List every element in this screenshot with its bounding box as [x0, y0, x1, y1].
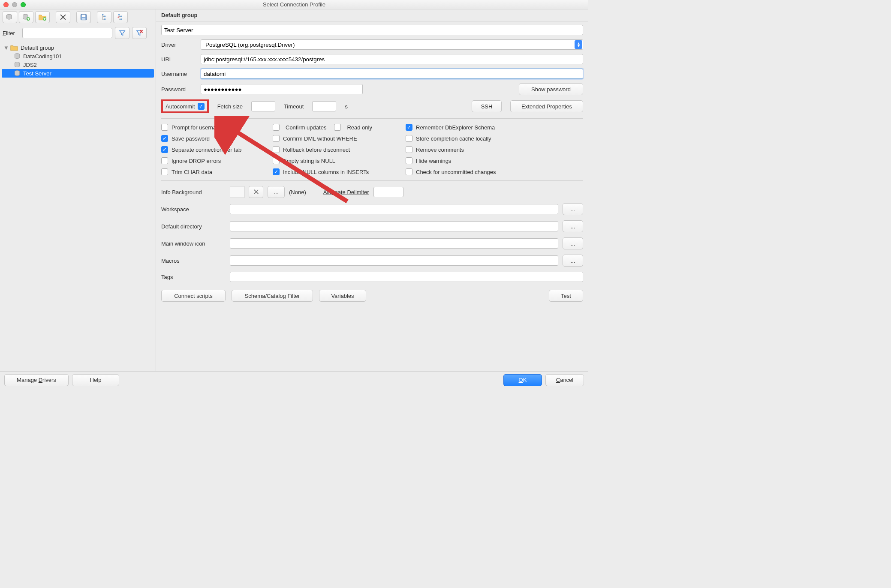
variables-button[interactable]: Variables — [319, 290, 366, 302]
confirm-dml-checkbox[interactable] — [273, 135, 280, 142]
url-label: URL — [161, 56, 201, 63]
window-zoom-icon[interactable] — [21, 2, 26, 7]
connect-scripts-button[interactable]: Connect scripts — [161, 290, 226, 302]
profile-toolbar — [0, 9, 156, 25]
main-window-icon-input[interactable] — [230, 238, 558, 249]
default-directory-input[interactable] — [230, 221, 558, 231]
tags-input[interactable] — [230, 272, 583, 282]
autocommit-checkbox[interactable] — [198, 103, 205, 110]
expand-tree-button[interactable] — [113, 11, 128, 23]
info-background-color-picker[interactable] — [230, 186, 244, 198]
include-null-inserts-checkbox[interactable] — [273, 168, 280, 175]
username-input[interactable] — [201, 69, 583, 79]
extended-properties-button[interactable]: Extended Properties — [510, 100, 583, 112]
database-icon — [14, 53, 21, 60]
right-pane: Default group Driver ▴▾ URL Username Pas… — [156, 9, 588, 371]
test-button[interactable]: Test — [549, 290, 583, 302]
opt-label: Prompt for username — [172, 124, 224, 131]
apply-filter-button[interactable] — [115, 27, 129, 39]
svg-rect-9 — [104, 18, 105, 20]
driver-select[interactable] — [201, 39, 583, 50]
window-minimize-icon — [12, 2, 17, 7]
tree-item-test-server[interactable]: Test Server — [2, 69, 154, 78]
info-background-more-button[interactable]: ... — [268, 186, 285, 198]
fetch-size-label: Fetch size — [217, 103, 243, 110]
filter-input[interactable] — [22, 28, 112, 38]
workspace-label: Workspace — [161, 206, 226, 213]
macros-browse-button[interactable]: ... — [563, 255, 583, 267]
opt-label: Confirm DML without WHERE — [283, 135, 357, 142]
url-input[interactable] — [201, 54, 583, 64]
opt-label: Ignore DROP errors — [172, 158, 221, 164]
save-profiles-button[interactable] — [76, 11, 91, 23]
read-only-checkbox[interactable] — [334, 124, 341, 131]
help-button[interactable]: Help — [72, 374, 119, 386]
opt-label: Read only — [347, 124, 372, 131]
password-input[interactable] — [201, 84, 363, 94]
macros-input[interactable] — [230, 255, 558, 266]
hide-warnings-checkbox[interactable] — [406, 157, 412, 164]
timeout-input[interactable] — [312, 101, 336, 111]
alternate-delimiter-input[interactable] — [373, 187, 403, 197]
tree-item-jds2[interactable]: JDS2 — [2, 60, 154, 69]
ok-button[interactable]: OK — [503, 374, 542, 386]
alternate-delimiter-link[interactable]: Alternate Delimiter — [323, 189, 369, 195]
prompt-username-checkbox[interactable] — [161, 124, 168, 131]
main-window-icon-browse-button[interactable]: ... — [563, 237, 583, 249]
collapse-tree-button[interactable] — [97, 11, 111, 23]
confirm-updates-checkbox[interactable] — [273, 124, 280, 131]
profile-name-input[interactable] — [161, 25, 583, 35]
username-label: Username — [161, 71, 201, 77]
tree-item-label: DataCoding101 — [23, 53, 62, 60]
clear-info-background-button[interactable]: ✕ — [249, 186, 263, 198]
disclosure-triangle-icon[interactable]: ▼ — [3, 45, 8, 51]
opt-label: Store completion cache locally — [416, 135, 491, 142]
tree-item-label: Test Server — [23, 70, 51, 77]
store-completion-cache-checkbox[interactable] — [406, 135, 412, 142]
opt-label: Check for uncommitted changes — [416, 169, 496, 175]
copy-profile-button[interactable] — [19, 11, 33, 23]
autocommit-highlight: Autocommit — [161, 99, 209, 113]
chevron-updown-icon[interactable]: ▴▾ — [575, 40, 582, 49]
folder-icon — [10, 44, 18, 51]
window-title: Select Connection Profile — [263, 1, 325, 8]
tree-group[interactable]: ▼ Default group — [2, 43, 154, 52]
profile-tree[interactable]: ▼ Default group DataCoding101 JDS2 Test … — [0, 41, 156, 371]
delete-profile-button[interactable] — [56, 11, 70, 23]
window-close-icon[interactable] — [3, 2, 9, 7]
rollback-disconnect-checkbox[interactable] — [273, 146, 280, 153]
fetch-size-input[interactable] — [251, 101, 275, 111]
tree-item-datacoding101[interactable]: DataCoding101 — [2, 52, 154, 60]
group-header: Default group — [156, 9, 588, 21]
cancel-button[interactable]: Cancel — [545, 374, 584, 386]
clear-filter-button[interactable] — [132, 27, 147, 39]
ssh-button[interactable]: SSH — [472, 100, 502, 112]
new-profile-button[interactable] — [3, 11, 17, 23]
workspace-browse-button[interactable]: ... — [563, 203, 583, 215]
workspace-input[interactable] — [230, 204, 558, 214]
show-password-button[interactable]: Show password — [519, 83, 583, 95]
svg-rect-10 — [118, 14, 120, 15]
default-directory-browse-button[interactable]: ... — [563, 220, 583, 232]
check-uncommitted-checkbox[interactable] — [406, 168, 412, 175]
tree-group-label: Default group — [21, 45, 54, 51]
trim-char-data-checkbox[interactable] — [161, 168, 168, 175]
opt-label: Save password — [172, 135, 210, 142]
filter-label: Filter — [3, 30, 20, 36]
svg-rect-12 — [120, 18, 122, 20]
remember-schema-checkbox[interactable] — [406, 124, 412, 131]
opt-label: Confirm updates — [286, 124, 326, 131]
new-group-button[interactable] — [35, 11, 50, 23]
separate-connection-checkbox[interactable] — [161, 146, 168, 153]
macros-label: Macros — [161, 258, 226, 264]
schema-catalog-filter-button[interactable]: Schema/Catalog Filter — [232, 290, 313, 302]
remove-comments-checkbox[interactable] — [406, 146, 412, 153]
ignore-drop-errors-checkbox[interactable] — [161, 157, 168, 164]
tags-label: Tags — [161, 274, 226, 280]
svg-rect-11 — [120, 16, 122, 17]
empty-string-null-checkbox[interactable] — [273, 157, 280, 164]
manage-drivers-button[interactable]: Manage Drivers — [4, 374, 69, 386]
autocommit-label: Autocommit — [166, 103, 195, 110]
save-password-checkbox[interactable] — [161, 135, 168, 142]
svg-rect-6 — [82, 18, 85, 20]
